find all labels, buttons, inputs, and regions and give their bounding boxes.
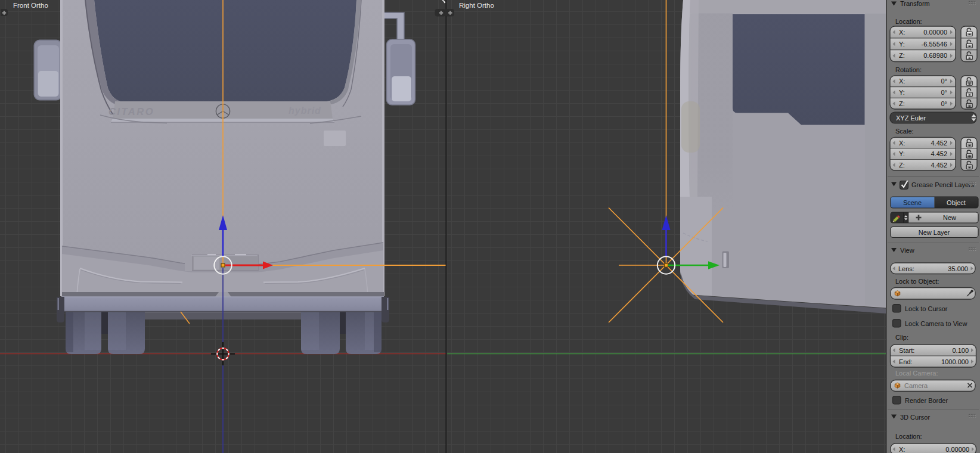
svg-text:Right Ortho: Right Ortho (459, 2, 494, 9)
svg-text:X:: X: (899, 139, 905, 147)
svg-text:Lock Camera to View: Lock Camera to View (905, 320, 967, 327)
svg-text:0.68980: 0.68980 (923, 52, 947, 59)
svg-text:4.452: 4.452 (931, 150, 947, 157)
svg-text:X:: X: (899, 446, 905, 453)
svg-text:XYZ Euler: XYZ Euler (896, 114, 926, 122)
svg-text:Z:: Z: (899, 52, 905, 59)
svg-text:35.000: 35.000 (948, 265, 968, 272)
svg-text:0.00000: 0.00000 (945, 446, 969, 453)
svg-text:0°: 0° (941, 77, 947, 85)
svg-text:0.00000: 0.00000 (923, 29, 947, 36)
svg-text:hybrid: hybrid (289, 106, 321, 116)
svg-text:Local Camera:: Local Camera: (895, 370, 938, 377)
svg-text:End:: End: (899, 358, 913, 365)
svg-text:Front Ortho: Front Ortho (13, 2, 48, 9)
svg-text:CITARO: CITARO (108, 106, 154, 117)
svg-text:Z:: Z: (899, 162, 905, 169)
svg-text:Y:: Y: (899, 89, 905, 96)
svg-text:0°: 0° (941, 89, 947, 96)
svg-text:X:: X: (899, 29, 905, 36)
svg-text:3D Cursor: 3D Cursor (900, 414, 930, 421)
svg-text:Location:: Location: (895, 18, 922, 25)
svg-text:Clip:: Clip: (895, 334, 908, 341)
svg-text:Lock to Object:: Lock to Object: (895, 278, 939, 285)
svg-text:New Layer: New Layer (919, 229, 950, 236)
svg-text:Render Border: Render Border (905, 397, 948, 404)
svg-text:Y:: Y: (899, 41, 905, 48)
svg-text:Transform: Transform (900, 0, 930, 7)
svg-text:-6.55546: -6.55546 (922, 41, 947, 48)
svg-text:Scale:: Scale: (895, 128, 914, 135)
svg-text:Camera: Camera (904, 382, 928, 389)
svg-text:X:: X: (899, 77, 905, 85)
svg-text:Lock to Cursor: Lock to Cursor (905, 305, 948, 312)
svg-text:Location:: Location: (895, 433, 922, 440)
svg-text:0.100: 0.100 (952, 347, 969, 354)
svg-text:Object: Object (947, 199, 966, 206)
svg-text:4.452: 4.452 (931, 162, 947, 169)
svg-text:Z:: Z: (899, 100, 905, 107)
svg-text:Y:: Y: (899, 150, 905, 157)
svg-text:1000.000: 1000.000 (941, 358, 969, 365)
svg-text:Lens:: Lens: (898, 265, 914, 272)
svg-text:Start:: Start: (899, 347, 914, 354)
svg-text:4.452: 4.452 (931, 139, 947, 147)
svg-text:New: New (943, 214, 956, 221)
svg-text:View: View (900, 247, 914, 254)
svg-text:Scene: Scene (903, 199, 922, 206)
svg-text:Grease Pencil Layers: Grease Pencil Layers (911, 181, 975, 188)
svg-text:0°: 0° (941, 100, 947, 107)
svg-text:Rotation:: Rotation: (895, 66, 922, 73)
